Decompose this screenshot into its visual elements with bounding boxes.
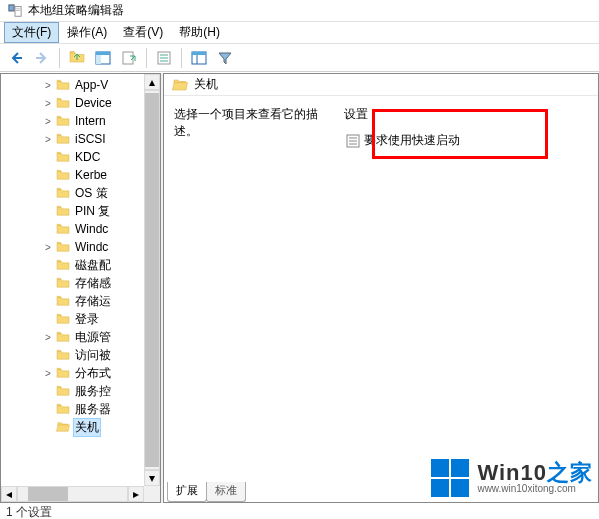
svg-rect-4 — [9, 4, 14, 10]
settings-header[interactable]: 设置 — [344, 106, 588, 123]
tree-item-label: KDC — [73, 150, 102, 164]
tree-item-label: Device — [73, 96, 114, 110]
tab-standard[interactable]: 标准 — [206, 482, 246, 502]
tree-item-label: 电源管 — [73, 329, 113, 346]
tree-item-11[interactable]: 存储感 — [1, 274, 160, 292]
toolbar-separator — [181, 48, 182, 68]
svg-rect-11 — [123, 52, 133, 64]
expander-icon[interactable]: > — [43, 332, 53, 343]
tree-item-13[interactable]: 登录 — [1, 310, 160, 328]
tree[interactable]: >App-V>Device>Intern>iSCSIKDCKerbeOS 策PI… — [1, 74, 160, 438]
tree-item-label: 登录 — [73, 311, 101, 328]
tree-item-label: Kerbe — [73, 168, 109, 182]
folder-open-icon — [56, 421, 70, 433]
main-area: >App-V>Device>Intern>iSCSIKDCKerbeOS 策PI… — [0, 72, 599, 503]
tree-item-0[interactable]: >App-V — [1, 76, 160, 94]
svg-rect-7 — [16, 10, 20, 11]
filter-button[interactable] — [213, 46, 237, 70]
tree-item-10[interactable]: 磁盘配 — [1, 256, 160, 274]
folder-icon — [56, 241, 70, 253]
forward-button[interactable] — [30, 46, 54, 70]
svg-rect-5 — [15, 6, 21, 16]
tree-item-label: 访问被 — [73, 347, 113, 364]
tree-item-3[interactable]: >iSCSI — [1, 130, 160, 148]
watermark-brand: Win10之家 — [477, 462, 593, 484]
description-column: 选择一个项目来查看它的描述。 — [174, 106, 334, 502]
tree-item-5[interactable]: Kerbe — [1, 166, 160, 184]
tree-item-16[interactable]: >分布式 — [1, 364, 160, 382]
toolbar — [0, 44, 599, 72]
tree-item-label: Intern — [73, 114, 108, 128]
show-hide-tree-button[interactable] — [91, 46, 115, 70]
menu-action[interactable]: 操作(A) — [59, 22, 115, 43]
toolbar-separator — [59, 48, 60, 68]
description-prompt: 选择一个项目来查看它的描述。 — [174, 106, 334, 140]
refresh-button[interactable] — [152, 46, 176, 70]
expander-icon[interactable]: > — [43, 134, 53, 145]
menubar: 文件(F) 操作(A) 查看(V) 帮助(H) — [0, 22, 599, 44]
tree-item-14[interactable]: >电源管 — [1, 328, 160, 346]
tree-item-8[interactable]: Windc — [1, 220, 160, 238]
windows-logo-icon — [431, 459, 469, 497]
tree-item-label: 服务控 — [73, 383, 113, 400]
folder-icon — [56, 259, 70, 271]
folder-icon — [56, 349, 70, 361]
expander-icon[interactable]: > — [43, 98, 53, 109]
tree-item-18[interactable]: 服务器 — [1, 400, 160, 418]
tree-item-1[interactable]: >Device — [1, 94, 160, 112]
scroll-corner — [144, 486, 160, 502]
properties-button[interactable] — [187, 46, 211, 70]
svg-rect-10 — [96, 55, 101, 64]
settings-column: 设置 要求使用快速启动 — [344, 106, 588, 502]
tree-item-label: 磁盘配 — [73, 257, 113, 274]
tree-item-17[interactable]: 服务控 — [1, 382, 160, 400]
svg-rect-17 — [192, 52, 206, 55]
svg-rect-6 — [16, 8, 20, 9]
folder-icon — [56, 403, 70, 415]
tab-extended[interactable]: 扩展 — [167, 482, 207, 502]
expander-icon[interactable]: > — [43, 368, 53, 379]
expander-icon[interactable]: > — [43, 80, 53, 91]
folder-icon — [56, 133, 70, 145]
folder-icon — [56, 169, 70, 181]
policy-item-icon — [346, 134, 360, 148]
tree-horizontal-scrollbar[interactable]: ◂▸ — [1, 486, 144, 502]
tree-item-15[interactable]: 访问被 — [1, 346, 160, 364]
up-button[interactable] — [65, 46, 89, 70]
tree-item-7[interactable]: PIN 复 — [1, 202, 160, 220]
folder-icon — [56, 313, 70, 325]
toolbar-separator — [146, 48, 147, 68]
back-button[interactable] — [4, 46, 28, 70]
export-button[interactable] — [117, 46, 141, 70]
tree-vertical-scrollbar[interactable]: ▴▾ — [144, 74, 160, 486]
content-panel: 关机 选择一个项目来查看它的描述。 设置 要求使用快速启动 扩展 标准 — [164, 73, 599, 503]
tree-item-label: 分布式 — [73, 365, 113, 382]
menu-view[interactable]: 查看(V) — [115, 22, 171, 43]
menu-help[interactable]: 帮助(H) — [171, 22, 228, 43]
menu-file[interactable]: 文件(F) — [4, 22, 59, 43]
folder-icon — [56, 151, 70, 163]
settings-item-label: 要求使用快速启动 — [364, 132, 460, 149]
svg-rect-9 — [96, 52, 110, 55]
watermark-url: www.win10xitong.com — [477, 484, 593, 494]
folder-icon — [56, 277, 70, 289]
tree-item-6[interactable]: OS 策 — [1, 184, 160, 202]
tree-item-9[interactable]: >Windc — [1, 238, 160, 256]
tree-item-19[interactable]: 关机 — [1, 418, 160, 436]
app-icon — [8, 4, 22, 18]
tree-item-label: App-V — [73, 78, 110, 92]
tree-item-2[interactable]: >Intern — [1, 112, 160, 130]
tree-item-label: 存储运 — [73, 293, 113, 310]
tree-panel: >App-V>Device>Intern>iSCSIKDCKerbeOS 策PI… — [0, 73, 160, 503]
settings-item-fast-startup[interactable]: 要求使用快速启动 — [344, 131, 588, 150]
folder-icon — [56, 223, 70, 235]
expander-icon[interactable]: > — [43, 116, 53, 127]
folder-icon — [56, 295, 70, 307]
content-header: 关机 — [164, 74, 598, 96]
tree-item-12[interactable]: 存储运 — [1, 292, 160, 310]
tree-item-label: 服务器 — [73, 401, 113, 418]
tree-item-label: Windc — [73, 222, 110, 236]
tree-item-4[interactable]: KDC — [1, 148, 160, 166]
content-tabs: 扩展 标准 — [167, 482, 245, 502]
expander-icon[interactable]: > — [43, 242, 53, 253]
